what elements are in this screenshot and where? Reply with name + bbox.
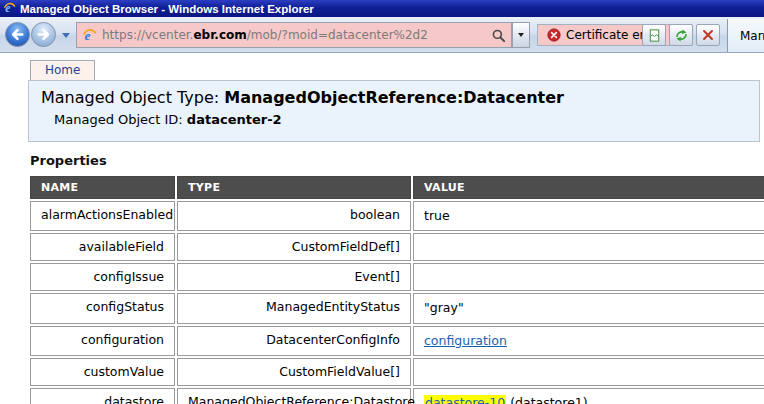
value-line: configuration <box>424 332 764 350</box>
address-dropdown-button[interactable] <box>512 22 530 48</box>
forward-button[interactable] <box>30 21 57 48</box>
property-value: configuration <box>413 326 764 356</box>
table-row: configurationDatacenterConfigInfoconfigu… <box>30 326 764 356</box>
property-name: customValue <box>30 358 175 386</box>
page-favicon-icon: e <box>82 28 97 43</box>
property-value: "gray" <box>413 293 764 323</box>
property-type: boolean <box>177 201 411 231</box>
refresh-button[interactable] <box>669 24 693 46</box>
search-icon[interactable] <box>491 28 506 43</box>
value-line: "gray" <box>424 299 764 317</box>
property-type: ManagedObjectReference:Datastore[] <box>177 388 411 404</box>
property-name: datastore <box>30 388 175 404</box>
back-button[interactable] <box>4 21 31 48</box>
object-type-label: Managed Object Type: <box>41 88 219 107</box>
properties-table-body: alarmActionsEnabledbooleantrueavailableF… <box>30 201 764 404</box>
window-titlebar: e Managed Object Browser - Windows Inter… <box>0 0 764 17</box>
property-value <box>413 263 764 291</box>
recent-pages-dropdown-icon[interactable] <box>62 33 70 38</box>
chevron-down-icon <box>518 33 524 37</box>
value-line: true <box>424 207 764 225</box>
managed-object-type: Managed Object Type: ManagedObjectRefere… <box>41 88 747 107</box>
table-row: datastoreManagedObjectReference:Datastor… <box>30 388 764 404</box>
stop-x-icon <box>701 28 715 42</box>
url-text: https://vcenter.ebr.com/mob/?moid=datace… <box>102 28 486 42</box>
address-bar[interactable]: e https://vcenter.ebr.com/mob/?moid=data… <box>76 22 512 48</box>
property-type: ManagedEntityStatus <box>177 293 411 323</box>
property-type: DatacenterConfigInfo <box>177 326 411 356</box>
property-value <box>413 233 764 261</box>
table-row: configIssueEvent[] <box>30 263 764 291</box>
object-type-value: ManagedObjectReference:Datacenter <box>224 88 564 107</box>
value-suffix: (datastore1) <box>506 395 587 404</box>
table-row: availableFieldCustomFieldDef[] <box>30 233 764 261</box>
property-name: configIssue <box>30 263 175 291</box>
value-text: "gray" <box>424 300 464 315</box>
property-type: Event[] <box>177 263 411 291</box>
page-content: Home Managed Object Type: ManagedObjectR… <box>0 53 764 404</box>
value-link-highlighted[interactable]: datastore-10 <box>424 395 506 404</box>
security-shield-icon <box>547 28 561 42</box>
managed-object-id: Managed Object ID: datacenter-2 <box>54 112 747 127</box>
table-row: alarmActionsEnabledbooleantrue <box>30 201 764 231</box>
refresh-icon <box>674 28 689 43</box>
object-id-value: datacenter-2 <box>187 112 282 127</box>
broken-page-icon <box>647 28 662 43</box>
property-name: configuration <box>30 326 175 356</box>
property-type: CustomFieldDef[] <box>177 233 411 261</box>
browser-toolbar: e https://vcenter.ebr.com/mob/?moid=data… <box>0 17 764 53</box>
table-header-row: NAME TYPE VALUE <box>30 176 764 199</box>
header-value: VALUE <box>413 176 764 199</box>
browser-tab[interactable]: e Managed Object Browser <box>727 19 764 52</box>
object-id-label: Managed Object ID: <box>54 112 183 127</box>
object-header-box: Managed Object Type: ManagedObjectRefere… <box>28 80 760 142</box>
value-link[interactable]: configuration <box>424 333 507 348</box>
home-tab[interactable]: Home <box>30 60 95 80</box>
property-value: true <box>413 201 764 231</box>
property-name: availableField <box>30 233 175 261</box>
properties-heading: Properties <box>30 153 107 168</box>
ie-logo-icon: e <box>3 2 16 15</box>
table-row: customValueCustomFieldValue[] <box>30 358 764 386</box>
header-type: TYPE <box>177 176 411 199</box>
property-type: CustomFieldValue[] <box>177 358 411 386</box>
properties-table: NAME TYPE VALUE alarmActionsEnabledboole… <box>28 174 764 404</box>
property-name: configStatus <box>30 293 175 323</box>
value-text: true <box>424 208 450 223</box>
tab-title: Managed Object Browser <box>740 29 764 43</box>
stop-button[interactable] <box>696 24 720 46</box>
compatibility-view-button[interactable] <box>642 24 666 46</box>
window-title: Managed Object Browser - Windows Interne… <box>20 3 314 15</box>
property-name: alarmActionsEnabled <box>30 201 175 231</box>
property-value: datastore-10 (datastore1)datastore-61 (t… <box>413 388 764 404</box>
value-line: datastore-10 (datastore1) <box>424 394 764 404</box>
header-name: NAME <box>30 176 175 199</box>
property-value <box>413 358 764 386</box>
table-row: configStatusManagedEntityStatus"gray" <box>30 293 764 323</box>
